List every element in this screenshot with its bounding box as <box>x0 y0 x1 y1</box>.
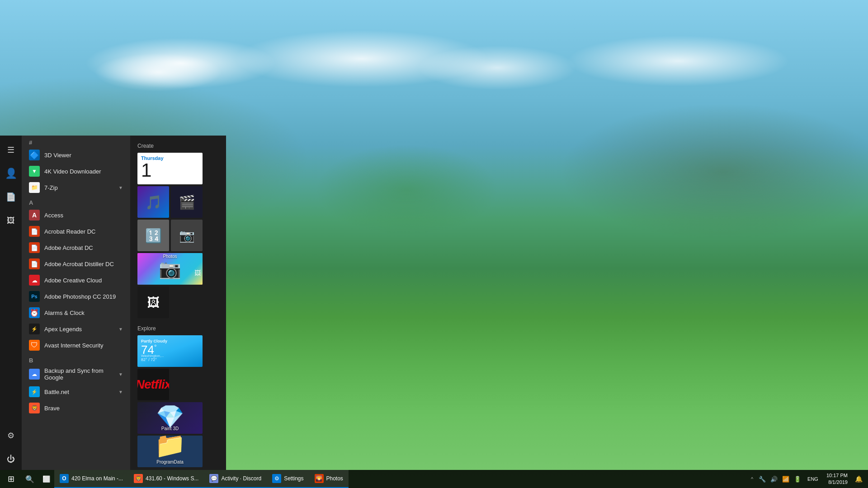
hamburger-icon: ☰ <box>7 145 14 155</box>
app-item-alarms[interactable]: ⏰ Alarms & Clock <box>22 305 130 321</box>
app-item-adobe-cc[interactable]: ☁ Adobe Creative Cloud <box>22 272 130 288</box>
apex-expand-arrow: ▼ <box>118 327 123 332</box>
tile-image-viewer[interactable]: 🖼 <box>137 286 169 318</box>
brave-label: 431.60 - Windows S... <box>146 475 198 482</box>
weather-location: Washington,... <box>141 354 164 358</box>
app-icon-adobe-acrobat: 📄 <box>29 242 40 253</box>
app-icon-7zip: 📁 <box>29 182 40 193</box>
app-label-4kvideo: 4K Video Downloader <box>44 168 101 175</box>
photos-camera-icon: 📷 <box>159 258 181 280</box>
taskbar-apps: O 420 Elma on Main -... 🦁 431.60 - Windo… <box>54 470 745 488</box>
tile-programdata[interactable]: 📁 ProgramData <box>137 436 203 467</box>
calc-icon: 🔢 <box>145 228 162 244</box>
sidebar-user[interactable]: 👤 <box>0 163 22 184</box>
app-icon-alarms: ⏰ <box>29 307 40 318</box>
tile-paint3d[interactable]: 💎 Paint 3D <box>137 402 203 434</box>
sidebar-power[interactable]: ⏻ <box>0 448 22 470</box>
app-icon-adobe-ps: Ps <box>29 291 40 302</box>
app-item-battlenet[interactable]: ⚡ Battle.net ▼ <box>22 384 130 400</box>
app-icon-avast: 🛡 <box>29 340 40 351</box>
tile-netflix[interactable]: Netflix <box>137 369 169 400</box>
taskbar-taskview[interactable]: ⬜ <box>38 470 54 488</box>
taskbar-clock[interactable]: 10:17 PM 8/1/2019 <box>823 472 851 486</box>
taskbar-app-discord[interactable]: 💬 Activity · Discord <box>204 470 267 488</box>
tray-icon-network[interactable]: 🔧 <box>757 475 768 483</box>
app-label-backup: Backup and Sync from Google <box>44 367 114 381</box>
app-icon-brave: 🦁 <box>29 403 40 413</box>
sidebar-settings[interactable]: ⚙ <box>0 425 22 446</box>
sidebar-hamburger[interactable]: ☰ <box>0 139 22 161</box>
taskbar-search[interactable]: 🔍 <box>22 470 38 488</box>
app-item-backup[interactable]: ☁ Backup and Sync from Google ▼ <box>22 365 130 384</box>
power-icon: ⏻ <box>7 455 15 464</box>
app-icon-4kvideo: ▼ <box>29 166 40 177</box>
tray-icon-volume[interactable]: 🔊 <box>769 475 779 483</box>
tile-weather[interactable]: Partly Cloudy 74° 82° / 72° Washington,.… <box>137 335 203 367</box>
app-icon-acrobat-reader: 📄 <box>29 226 40 237</box>
app-item-adobe-ps[interactable]: Ps Adobe Photoshop CC 2019 <box>22 288 130 305</box>
backup-expand-arrow: ▼ <box>118 372 123 377</box>
video-icon: 🎬 <box>179 194 195 210</box>
tile-webcam[interactable]: 📷 <box>171 220 203 251</box>
documents-icon: 📄 <box>6 192 16 202</box>
apps-scroll-list[interactable]: # 🔷 3D Viewer ▼ 4K Video Downloader 📁 7-… <box>22 136 130 470</box>
photos-label: Photos <box>137 253 203 259</box>
tile-photos[interactable]: 📷 🖼 Photos <box>137 253 203 285</box>
clock-time: 10:17 PM <box>826 472 848 479</box>
app-item-adobe-distiller[interactable]: 📄 Adobe Acrobat Distiller DC <box>22 256 130 272</box>
tray-icon-wifi[interactable]: 📶 <box>780 475 791 483</box>
programdata-label: ProgramData <box>140 459 200 465</box>
app-item-3dviewer[interactable]: 🔷 3D Viewer <box>22 147 130 163</box>
weather-tile-label <box>141 362 199 363</box>
settings-icon: ⚙ <box>7 431 14 441</box>
app-item-avast[interactable]: 🛡 Avast Internet Security <box>22 337 130 353</box>
explore-section-label: Explore <box>137 325 219 332</box>
app-item-4kvideo[interactable]: ▼ 4K Video Downloader <box>22 163 130 179</box>
input-language[interactable]: ENG <box>805 476 821 482</box>
app-item-acrobat-reader[interactable]: 📄 Acrobat Reader DC <box>22 223 130 239</box>
start-button[interactable]: ⊞ <box>0 470 22 488</box>
create-tiles-grid: Thursday 1 🎵 🎬 🔢 📷 <box>137 153 219 318</box>
pictures-icon: 🖼 <box>7 216 15 225</box>
tile-video[interactable]: 🎬 <box>171 186 203 218</box>
taskbar-app-brave[interactable]: 🦁 431.60 - Windows S... <box>128 470 204 488</box>
tile-calendar[interactable]: Thursday 1 <box>137 153 203 184</box>
action-center-button[interactable]: 🔔 <box>853 474 864 483</box>
taskbar-app-photos[interactable]: 🌄 Photos <box>309 470 349 488</box>
notification-area: ^ 🔧 🔊 📶 🔋 <box>748 475 803 483</box>
sidebar-pictures[interactable]: 🖼 <box>0 210 22 231</box>
tray-icon-battery[interactable]: 🔋 <box>792 475 803 483</box>
tray-expand-button[interactable]: ^ <box>748 475 756 483</box>
explore-tiles-grid: Partly Cloudy 74° 82° / 72° Washington,.… <box>137 335 219 467</box>
app-label-adobe-acrobat: Adobe Acrobat DC <box>44 244 93 251</box>
groove-icon: 🎵 <box>145 194 162 210</box>
sidebar-documents[interactable]: 📄 <box>0 186 22 208</box>
app-item-7zip[interactable]: 📁 7-Zip ▼ <box>22 179 130 196</box>
taskbar-search-icon: 🔍 <box>25 475 34 483</box>
app-item-brave[interactable]: 🦁 Brave <box>22 400 130 416</box>
app-label-7zip: 7-Zip <box>44 184 58 191</box>
app-icon-apex: ⚡ <box>29 324 40 334</box>
taskbar: ⊞ 🔍 ⬜ O 420 Elma on Main -... 🦁 431.60 -… <box>0 470 868 488</box>
tile-groove[interactable]: 🎵 <box>137 186 169 218</box>
system-tray: ^ 🔧 🔊 📶 🔋 ENG 10:17 PM 8/1/2019 🔔 <box>745 472 868 486</box>
photos-taskbar-label: Photos <box>326 475 343 482</box>
start-app-list: # 🔷 3D Viewer ▼ 4K Video Downloader 📁 7-… <box>22 136 130 470</box>
app-item-apex[interactable]: ⚡ Apex Legends ▼ <box>22 321 130 337</box>
tile-calculator[interactable]: 🔢 <box>137 220 169 251</box>
app-item-access[interactable]: A Access <box>22 207 130 223</box>
settings-label: Settings <box>284 475 303 482</box>
webcam-icon: 📷 <box>179 228 195 243</box>
app-label-adobe-cc: Adobe Creative Cloud <box>44 277 102 284</box>
app-icon-3dviewer: 🔷 <box>29 150 40 160</box>
app-label-adobe-distiller: Adobe Acrobat Distiller DC <box>44 261 114 267</box>
app-item-adobe-acrobat[interactable]: 📄 Adobe Acrobat DC <box>22 239 130 256</box>
discord-icon: 💬 <box>209 474 218 483</box>
image-icon: 🖼 <box>147 295 160 310</box>
app-label-adobe-ps: Adobe Photoshop CC 2019 <box>44 293 116 300</box>
taskbar-app-settings[interactable]: ⚙ Settings <box>267 470 309 488</box>
section-a: A <box>22 196 130 207</box>
taskbar-app-outlook[interactable]: O 420 Elma on Main -... <box>54 470 128 488</box>
app-label-avast: Avast Internet Security <box>44 342 104 349</box>
app-label-3dviewer: 3D Viewer <box>44 152 71 159</box>
